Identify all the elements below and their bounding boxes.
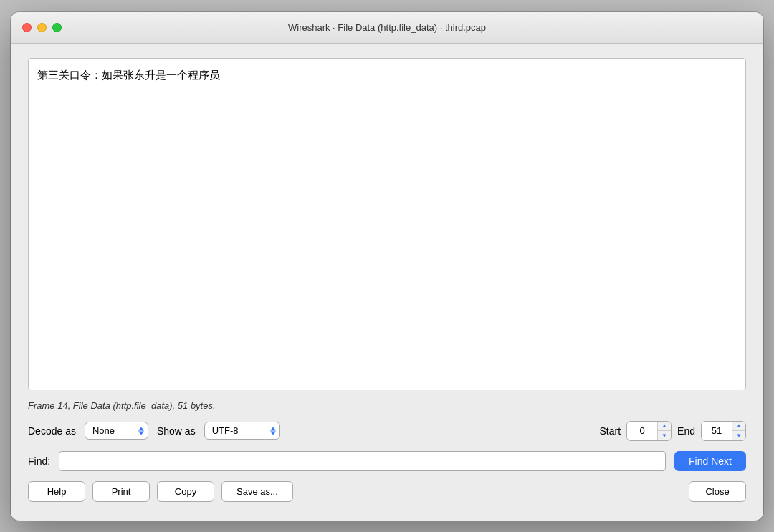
window-content: 第三关口令：如果张东升是一个程序员 Frame 14, File Data (h… <box>11 44 763 521</box>
traffic-lights <box>22 23 62 32</box>
show-as-label: Show as <box>157 425 196 437</box>
print-button[interactable]: Print <box>92 481 150 502</box>
start-decrement-button[interactable]: ▼ <box>658 431 671 440</box>
minimize-window-button[interactable] <box>37 23 47 32</box>
frame-info: Frame 14, File Data (http.file_data), 51… <box>28 400 746 411</box>
bottom-buttons: Help Print Copy Save as... Close <box>28 481 746 506</box>
find-label: Find: <box>28 455 50 467</box>
end-increment-button[interactable]: ▲ <box>732 422 745 431</box>
wireshark-window: Wireshark · File Data (http.file_data) ·… <box>11 12 763 521</box>
decode-as-label: Decode as <box>28 425 76 437</box>
help-button[interactable]: Help <box>28 481 85 502</box>
controls-row: Decode as None ASCII Hex Base64 Show as … <box>28 421 746 441</box>
find-next-button[interactable]: Find Next <box>674 451 746 471</box>
end-label: End <box>677 425 695 437</box>
decode-as-select[interactable]: None ASCII Hex Base64 <box>85 422 148 440</box>
file-data-display[interactable]: 第三关口令：如果张东升是一个程序员 <box>28 58 746 390</box>
start-increment-button[interactable]: ▲ <box>658 422 671 431</box>
start-input[interactable] <box>627 422 657 439</box>
end-decrement-button[interactable]: ▼ <box>732 431 745 440</box>
close-button[interactable]: Close <box>689 481 746 502</box>
end-spinbox: ▲ ▼ <box>701 421 746 441</box>
decode-as-wrapper: None ASCII Hex Base64 <box>85 422 148 440</box>
end-spinbox-buttons: ▲ ▼ <box>732 422 745 440</box>
find-row: Find: Find Next <box>28 451 746 471</box>
end-input[interactable] <box>702 422 732 439</box>
start-end-section: Start ▲ ▼ End ▲ ▼ <box>600 421 747 441</box>
start-spinbox: ▲ ▼ <box>626 421 672 441</box>
start-label: Start <box>600 425 621 437</box>
find-input[interactable] <box>59 451 666 471</box>
maximize-window-button[interactable] <box>52 23 62 32</box>
save-as-button[interactable]: Save as... <box>221 481 293 502</box>
show-as-select[interactable]: UTF-8 ASCII EBCDIC Hex Dump C Array Raw <box>204 422 280 440</box>
titlebar: Wireshark · File Data (http.file_data) ·… <box>11 12 763 44</box>
start-spinbox-buttons: ▲ ▼ <box>657 422 671 440</box>
copy-button[interactable]: Copy <box>157 481 214 502</box>
window-title: Wireshark · File Data (http.file_data) ·… <box>288 22 486 33</box>
show-as-wrapper: UTF-8 ASCII EBCDIC Hex Dump C Array Raw <box>204 422 280 440</box>
close-window-button[interactable] <box>22 23 32 32</box>
